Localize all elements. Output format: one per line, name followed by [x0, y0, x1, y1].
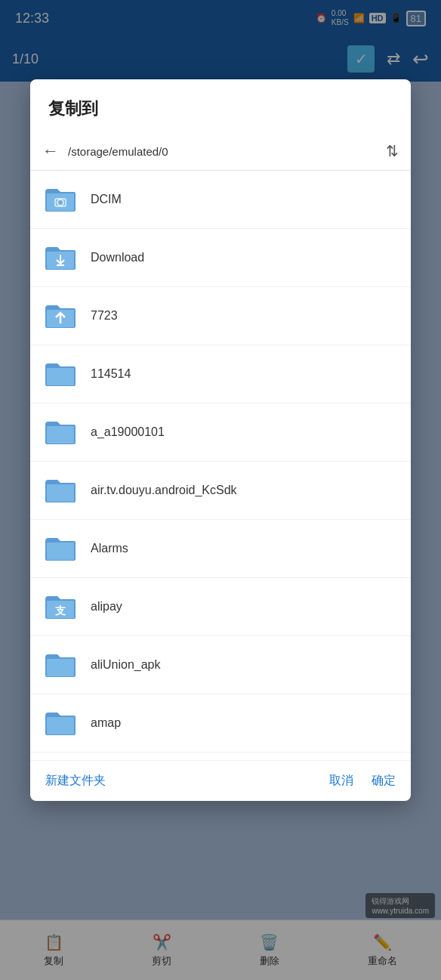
folder-icon-alipay: 支	[42, 589, 79, 625]
ok-button[interactable]: 确定	[372, 773, 396, 789]
folder-item-amap[interactable]: amap	[30, 694, 411, 753]
dialog-title: 复制到	[30, 79, 411, 132]
folder-item-download[interactable]: Download	[30, 229, 411, 287]
sort-button[interactable]: ⇅	[386, 142, 399, 160]
path-bar: ← /storage/emulated/0 ⇅	[30, 132, 411, 171]
folder-name-alarms: Alarms	[91, 542, 128, 555]
folder-name-amap: amap	[91, 716, 121, 730]
folder-item-aliunion[interactable]: aliUnion_apk	[30, 636, 411, 694]
folder-icon-114514	[42, 356, 79, 392]
folder-icon-a-a19000101	[42, 414, 79, 450]
path-back-button[interactable]: ←	[42, 141, 59, 161]
folder-icon-7723	[42, 298, 79, 334]
folder-item-alipay[interactable]: 支 alipay	[30, 578, 411, 636]
current-path: /storage/emulated/0	[68, 145, 377, 158]
folder-list: DCIM Download	[30, 171, 411, 760]
cancel-button[interactable]: 取消	[329, 773, 353, 789]
folder-name-a-a19000101: a_a19000101	[91, 425, 165, 439]
confirm-buttons: 取消 确定	[329, 773, 396, 789]
folder-item-douyu[interactable]: air.tv.douyu.android_KcSdk	[30, 462, 411, 520]
copy-to-dialog: 复制到 ← /storage/emulated/0 ⇅ DCIM	[30, 79, 411, 801]
folder-item-114514[interactable]: 114514	[30, 345, 411, 403]
folder-item-alarms[interactable]: Alarms	[30, 520, 411, 578]
folder-name-7723: 7723	[91, 309, 118, 323]
folder-name-aliunion: aliUnion_apk	[91, 658, 161, 672]
new-folder-button[interactable]: 新建文件夹	[45, 773, 106, 789]
folder-icon-amap	[42, 705, 79, 741]
folder-item-7723[interactable]: 7723	[30, 287, 411, 345]
folder-name-114514: 114514	[91, 367, 131, 381]
folder-name-dcim: DCIM	[91, 193, 122, 206]
folder-name-download: Download	[91, 251, 144, 264]
dialog-actions: 新建文件夹 取消 确定	[30, 760, 411, 801]
folder-icon-aliunion	[42, 647, 79, 683]
folder-item-a-a19000101[interactable]: a_a19000101	[30, 403, 411, 462]
folder-item-android[interactable]: Android	[30, 753, 411, 760]
folder-icon-alarms	[42, 530, 79, 567]
folder-icon-download	[42, 240, 79, 276]
folder-name-douyu: air.tv.douyu.android_KcSdk	[91, 484, 237, 497]
folder-icon-dcim	[42, 181, 79, 218]
folder-name-alipay: alipay	[91, 600, 122, 614]
svg-point-1	[58, 200, 63, 205]
svg-text:支: 支	[54, 604, 66, 617]
folder-item-dcim[interactable]: DCIM	[30, 171, 411, 229]
folder-icon-douyu	[42, 472, 79, 509]
